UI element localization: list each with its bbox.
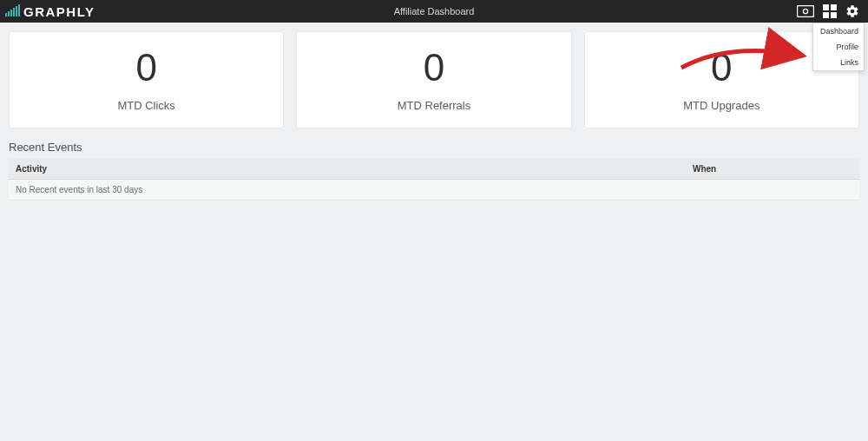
stat-cards-row: 0 MTD Clicks 0 MTD Referrals 0 MTD Upgra… — [9, 31, 859, 128]
grid-apps-icon[interactable] — [823, 4, 837, 18]
stat-value: 0 — [424, 49, 444, 87]
svg-rect-4 — [823, 12, 829, 18]
card-mtd-referrals: 0 MTD Referrals — [296, 31, 571, 128]
col-activity: Activity — [9, 159, 686, 180]
logo-bars-icon — [5, 4, 21, 16]
recent-events-title: Recent Events — [9, 141, 859, 154]
page-title: Affiliate Dashboard — [394, 6, 475, 16]
dropdown-item-links[interactable]: Links — [813, 55, 864, 70]
billing-icon[interactable] — [797, 5, 814, 17]
table-header-row: Activity When — [9, 159, 859, 180]
svg-point-1 — [803, 9, 807, 13]
dropdown-item-profile[interactable]: Profile — [813, 39, 864, 55]
main-content: 0 MTD Clicks 0 MTD Referrals 0 MTD Upgra… — [0, 23, 868, 209]
table-row-empty: No Recent events in last 30 days — [9, 180, 859, 201]
svg-rect-5 — [831, 12, 837, 18]
brand-name: GRAPHLY — [23, 4, 95, 19]
gear-icon[interactable] — [845, 4, 859, 18]
app-header: GRAPHLY Affiliate Dashboard — [0, 0, 868, 23]
stat-label: MTD Upgrades — [683, 99, 760, 112]
col-when: When — [686, 159, 859, 180]
dropdown-item-dashboard[interactable]: Dashboard — [813, 23, 864, 39]
svg-rect-2 — [823, 4, 829, 10]
stat-label: MTD Clicks — [117, 99, 174, 112]
brand-logo[interactable]: GRAPHLY — [5, 4, 95, 19]
header-actions — [797, 4, 859, 18]
empty-message: No Recent events in last 30 days — [9, 180, 859, 201]
stat-label: MTD Referrals — [398, 99, 471, 112]
card-mtd-clicks: 0 MTD Clicks — [9, 31, 284, 128]
svg-rect-3 — [831, 4, 837, 10]
settings-dropdown: Dashboard Profile Links — [812, 23, 865, 71]
stat-value: 0 — [135, 49, 156, 87]
svg-rect-0 — [798, 6, 814, 17]
stat-value: 0 — [711, 49, 732, 87]
recent-events-table: Activity When No Recent events in last 3… — [9, 159, 859, 201]
